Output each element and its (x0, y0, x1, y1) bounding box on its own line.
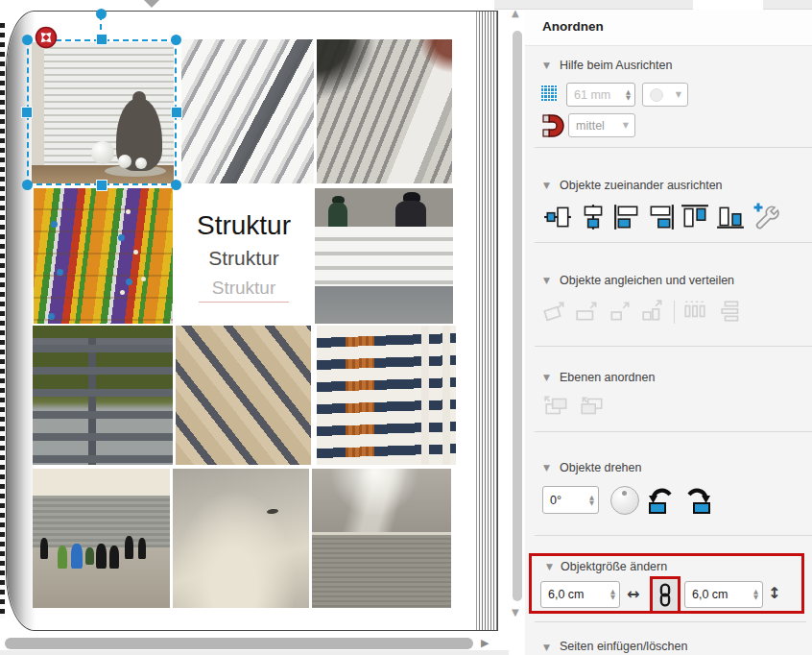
collapse-triangle-icon[interactable]: ▼ (543, 277, 550, 285)
section-label-align-objects: Objekte zueinander ausrichten (560, 179, 723, 192)
spinner-down-icon: ▼ (610, 594, 615, 600)
grid-color-dropdown[interactable]: ▼ (642, 83, 688, 107)
object-width-input[interactable]: 6,0 cm ▲▼ (540, 581, 620, 608)
object-height-input[interactable]: 6,0 cm ▲▼ (684, 581, 763, 608)
top-tab-strip (494, 0, 812, 10)
struktur-heading: Struktur (197, 210, 291, 241)
rotation-handle[interactable] (96, 9, 107, 19)
aspect-lock-chain-button[interactable] (653, 579, 678, 611)
photo-beach-people[interactable] (33, 469, 170, 608)
section-label-layers: Ebenen anordnen (560, 371, 655, 384)
selection-corner-handle[interactable] (22, 35, 33, 45)
match-rotation-icon-disabled (542, 299, 567, 324)
collapse-triangle-icon[interactable]: ▼ (543, 61, 550, 70)
spinner-down-icon: ▼ (589, 500, 594, 506)
bird-silhouette (267, 508, 279, 515)
width-spinner[interactable]: ▲▼ (610, 589, 615, 600)
struktur-caption: Struktur (199, 278, 290, 303)
snap-strength-dropdown[interactable]: mittel ▼ (568, 113, 635, 137)
section-separator (535, 431, 812, 432)
scroll-right-icon[interactable]: ▶ (481, 637, 489, 649)
section-label-rotate: Objekte drehen (560, 461, 641, 474)
photo-detail (51, 221, 58, 228)
photo-detail (126, 209, 131, 214)
scroll-down-icon[interactable]: ▼ (512, 607, 519, 618)
photo-sea-rays[interactable] (312, 469, 451, 608)
section-separator (535, 535, 812, 536)
collapse-triangle-icon[interactable]: ▼ (546, 563, 553, 571)
collapse-triangle-icon[interactable]: ▼ (543, 374, 550, 382)
photo-detail (328, 203, 347, 228)
snap-strength-value: mittel (576, 119, 605, 133)
distribute-vertical-icon-disabled (719, 299, 744, 324)
photo-bench-slats[interactable] (181, 39, 314, 183)
selection-edge-handle[interactable] (171, 107, 182, 118)
rotation-knob[interactable] (610, 486, 639, 515)
move-object-icon[interactable] (35, 26, 58, 49)
photo-fence-person[interactable] (315, 188, 453, 324)
collapse-triangle-icon[interactable]: ▼ (543, 464, 550, 473)
horizontal-scrollbar-thumb[interactable] (5, 638, 473, 649)
match-height-icon-disabled (608, 299, 633, 324)
photo-detail (315, 286, 453, 324)
knob-indicator-dot (622, 491, 627, 496)
grid-spacing-spinner[interactable]: ▲▼ (626, 89, 631, 101)
grid-color-swatch (650, 88, 663, 102)
chain-link-icon (656, 582, 675, 608)
rotation-angle-input[interactable]: 0° ▲▼ (542, 486, 599, 514)
horizontal-resize-icon: ↔ (627, 585, 639, 603)
rotate-clockwise-icon[interactable] (682, 485, 713, 515)
selection-edge-handle[interactable] (96, 34, 107, 45)
height-spinner[interactable]: ▲▼ (753, 589, 758, 600)
photo-detail (71, 544, 83, 569)
grid-spacing-input[interactable]: 61 mm ▲▼ (566, 83, 635, 107)
send-backward-icon-disabled (579, 394, 606, 419)
statusbar-strip (0, 650, 509, 655)
grid-icon (541, 85, 558, 101)
page-stack-edge (476, 12, 497, 630)
selection-corner-handle[interactable] (171, 180, 181, 190)
photo-detail (58, 546, 67, 569)
scroll-up-icon[interactable]: ▲ (512, 8, 519, 18)
panel-title: Anordnen (542, 19, 604, 34)
photo-boardwalk[interactable] (176, 326, 311, 465)
photo-railing[interactable] (33, 326, 173, 465)
photo-detail (312, 532, 451, 535)
vertical-scrollbar-thumb[interactable] (513, 31, 522, 601)
section-label-align-help: Hilfe beim Ausrichten (560, 59, 672, 72)
align-top-icon[interactable] (681, 204, 709, 230)
photo-detail (33, 330, 173, 465)
rotate-counterclockwise-icon[interactable] (646, 485, 677, 515)
section-separator (535, 147, 812, 148)
section-separator (535, 242, 812, 243)
align-horizontal-center-icon[interactable] (579, 204, 608, 230)
more-align-settings-icon[interactable] (752, 202, 782, 230)
selection-frame[interactable] (27, 39, 177, 185)
align-vertical-center-icon[interactable] (543, 204, 572, 230)
vertical-resize-icon: ↕ (768, 584, 780, 602)
photo-metal-grating[interactable] (317, 39, 452, 183)
align-left-icon[interactable] (613, 204, 642, 230)
section-label-resize: Objektgröße ändern (561, 560, 667, 573)
align-bottom-icon[interactable] (716, 204, 745, 230)
collapse-triangle-icon[interactable]: ▼ (543, 182, 550, 190)
collapse-triangle-icon[interactable]: ▼ (543, 643, 550, 652)
photo-wicker[interactable] (317, 326, 456, 465)
text-cell-struktur[interactable]: Struktur Struktur Struktur (176, 188, 312, 324)
photo-detail (312, 469, 451, 534)
dropdown-arrow-icon: ▼ (623, 121, 629, 130)
selection-corner-handle[interactable] (22, 180, 33, 190)
photo-detail (96, 544, 107, 569)
selection-edge-handle[interactable] (21, 107, 33, 118)
align-right-icon[interactable] (646, 204, 675, 230)
photo-graffiti-wall[interactable] (34, 188, 173, 324)
struktur-subheading: Struktur (208, 247, 279, 270)
active-panel-tab[interactable] (693, 0, 763, 10)
selection-corner-handle[interactable] (171, 35, 181, 45)
selection-edge-handle[interactable] (96, 180, 107, 191)
angle-spinner[interactable]: ▲▼ (589, 495, 594, 506)
bleed-edge-marker (0, 23, 5, 619)
photo-detail (33, 496, 170, 547)
photo-cloudy-sky[interactable] (173, 469, 309, 608)
photo-detail (312, 535, 451, 608)
